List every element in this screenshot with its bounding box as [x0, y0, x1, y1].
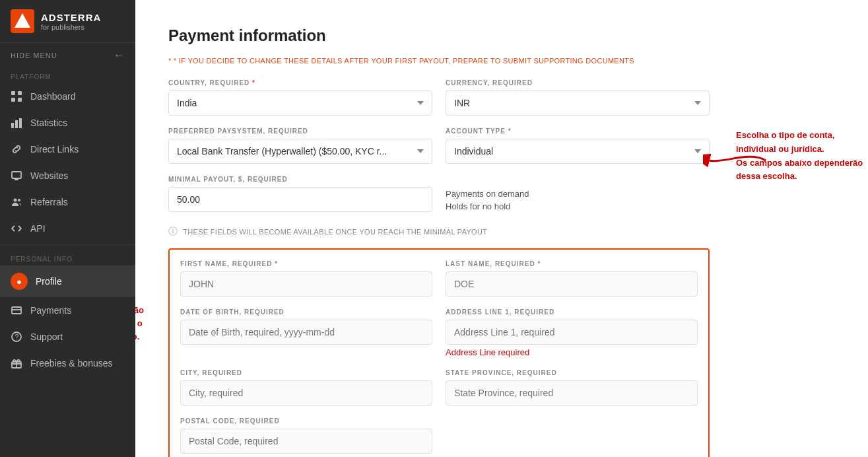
sidebar-item-websites[interactable]: Websites	[0, 162, 135, 189]
sidebar-item-referrals[interactable]: Referrals	[0, 189, 135, 215]
sidebar-item-label-profile: Profile	[36, 276, 62, 287]
sidebar-item-label-referrals: Referrals	[30, 197, 68, 207]
annotation-arrow-right	[703, 144, 769, 180]
first-name-group: FIRST NAME, REQUIRED *	[180, 260, 432, 297]
min-payout-label: MINIMAL PAYOUT, $, REQUIRED	[168, 176, 432, 183]
sidebar-item-statistics[interactable]: Statistics	[0, 110, 135, 136]
hide-menu-label: HIDE MENU	[11, 52, 57, 59]
address-input[interactable]	[446, 320, 698, 345]
sidebar-item-label-websites: Websites	[30, 170, 68, 181]
dob-group: DATE OF BIRTH, REQUIRED	[180, 308, 432, 357]
svg-rect-5	[18, 98, 22, 102]
account-type-select[interactable]: Individual	[446, 139, 710, 164]
svg-rect-3	[18, 91, 22, 95]
svg-rect-6	[11, 123, 14, 128]
hide-menu-row: HIDE MENU ←	[0, 43, 135, 68]
svg-rect-8	[19, 118, 22, 128]
paysystem-label: PREFERRED PAYSYSTEM, REQUIRED	[168, 127, 432, 135]
svg-text:?: ?	[15, 334, 19, 341]
svg-rect-12	[12, 307, 21, 314]
postal-input[interactable]	[180, 429, 432, 454]
last-name-input[interactable]	[446, 271, 698, 297]
first-name-label: FIRST NAME, REQUIRED *	[180, 260, 432, 267]
payout-hold-text: Holds for no hold	[446, 201, 710, 211]
warning-notice: * * IF YOU DECIDE TO CHANGE THESE DETAIL…	[168, 57, 710, 65]
min-payout-row: MINIMAL PAYOUT, $, REQUIRED Payments on …	[168, 176, 710, 214]
min-payout-group: MINIMAL PAYOUT, $, REQUIRED	[168, 176, 432, 214]
city-input[interactable]	[180, 380, 432, 405]
sidebar-divider	[0, 244, 135, 245]
postal-spacer	[446, 417, 698, 454]
first-name-input[interactable]	[180, 271, 432, 297]
postal-label: POSTAL CODE, REQUIRED	[180, 417, 432, 425]
platform-label: PLATFORM	[0, 68, 135, 83]
sidebar: ADSTERRA for publishers HIDE MENU ← PLAT…	[0, 0, 135, 457]
currency-select[interactable]: INR	[446, 90, 710, 116]
country-select[interactable]: India	[168, 90, 432, 116]
address-group: ADDRESS LINE 1, REQUIRED Address Line re…	[446, 308, 698, 357]
dob-address-row: DATE OF BIRTH, REQUIRED ADDRESS LINE 1, …	[180, 308, 698, 357]
sidebar-item-label-statistics: Statistics	[30, 118, 67, 128]
logo-area: ADSTERRA for publishers	[0, 0, 135, 43]
sidebar-item-payments[interactable]: Payments	[0, 297, 135, 324]
users-icon	[11, 196, 22, 208]
state-group: STATE PROVINCE, REQUIRED	[446, 369, 698, 405]
sidebar-item-freebies[interactable]: Freebies & bonuses	[0, 350, 135, 376]
sidebar-item-label-support: Support	[30, 332, 63, 342]
paysystem-group: PREFERRED PAYSYSTEM, REQUIRED Local Bank…	[168, 127, 432, 164]
sidebar-item-api[interactable]: API	[0, 215, 135, 242]
page-title: Payment information	[168, 26, 710, 45]
personal-info-label: PERSONAL INFO	[0, 248, 135, 265]
sidebar-item-support[interactable]: ? Support	[0, 324, 135, 350]
svg-point-11	[18, 199, 20, 201]
annotation-disabled-fields: Esses campos permanecerão inativos até q…	[135, 304, 152, 343]
city-state-row: CITY, REQUIRED STATE PROVINCE, REQUIRED	[180, 369, 698, 405]
min-payout-input[interactable]	[168, 187, 432, 212]
country-label: COUNTRY, REQUIRED *	[168, 79, 432, 87]
bar-chart-icon	[11, 117, 22, 129]
address-error: Address Line required	[446, 347, 698, 357]
country-currency-row: COUNTRY, REQUIRED * India CURRENCY, REQU…	[168, 79, 710, 116]
paysystem-select[interactable]: Local Bank Transfer (Hyperwallet) ($50.0…	[168, 139, 432, 164]
sidebar-item-label-api: API	[30, 223, 46, 234]
sidebar-item-label-freebies: Freebies & bonuses	[30, 358, 113, 369]
sidebar-item-direct-links[interactable]: Direct Links	[0, 136, 135, 162]
sidebar-item-label-dashboard: Dashboard	[30, 91, 76, 102]
dob-input[interactable]	[180, 320, 432, 345]
payout-info: Payments on demand Holds for no hold	[446, 176, 710, 214]
main-content: Escolha o tipo de conta, individual ou j…	[135, 0, 868, 457]
grid-icon	[11, 90, 22, 102]
last-name-label: LAST NAME, REQUIRED *	[446, 260, 698, 267]
postal-row: POSTAL CODE, REQUIRED	[180, 417, 698, 454]
monitor-icon	[11, 170, 22, 182]
sidebar-item-profile[interactable]: ● Profile	[0, 265, 135, 297]
payout-demand-text: Payments on demand	[446, 189, 710, 199]
gift-icon	[11, 357, 22, 369]
svg-rect-9	[12, 172, 21, 178]
name-row: FIRST NAME, REQUIRED * LAST NAME, REQUIR…	[180, 260, 698, 297]
account-type-label: ACCOUNT TYPE *	[446, 127, 710, 135]
logo-text: ADSTERRA for publishers	[41, 12, 101, 31]
paysystem-account-row: PREFERRED PAYSYSTEM, REQUIRED Local Bank…	[168, 127, 710, 164]
link-icon	[11, 143, 22, 155]
svg-rect-2	[11, 91, 15, 95]
profile-avatar-icon: ●	[11, 273, 28, 290]
currency-label: CURRENCY, REQUIRED	[446, 79, 710, 87]
dob-label: DATE OF BIRTH, REQUIRED	[180, 308, 432, 316]
fields-notice: ⓘ THESE FIELDS WILL BECOME AVAILABLE ONC…	[168, 226, 710, 238]
currency-group: CURRENCY, REQUIRED INR	[446, 79, 710, 116]
disabled-fields-section: FIRST NAME, REQUIRED * LAST NAME, REQUIR…	[168, 248, 710, 457]
account-type-group: ACCOUNT TYPE * Individual	[446, 127, 710, 164]
last-name-group: LAST NAME, REQUIRED *	[446, 260, 698, 297]
hide-menu-arrow[interactable]: ←	[114, 50, 125, 61]
logo-name: ADSTERRA	[41, 12, 101, 23]
svg-point-10	[14, 199, 17, 202]
code-icon	[11, 223, 22, 234]
address-label: ADDRESS LINE 1, REQUIRED	[446, 308, 698, 316]
adsterra-logo-icon	[11, 9, 34, 33]
sidebar-item-dashboard[interactable]: Dashboard	[0, 83, 135, 110]
credit-card-icon	[11, 304, 22, 316]
state-input[interactable]	[446, 380, 698, 405]
city-group: CITY, REQUIRED	[180, 369, 432, 405]
svg-rect-4	[11, 98, 15, 102]
